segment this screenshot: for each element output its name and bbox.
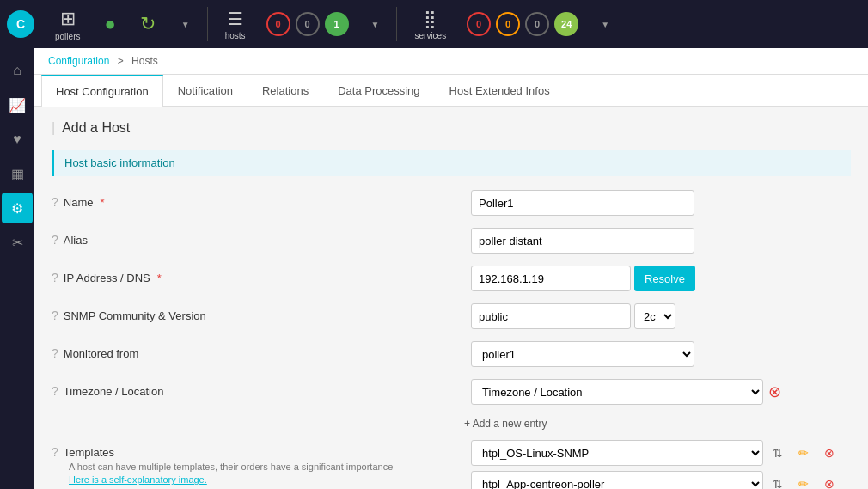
nav-hosts-dropdown[interactable]: ▼ bbox=[359, 15, 390, 34]
breadcrumb: Configuration > Hosts bbox=[34, 48, 868, 75]
main-layout: ⌂ 📈 ♥ ▦ ⚙ ✂ Configuration > Hosts Host C… bbox=[0, 48, 868, 489]
template-row-2: htpl_App-centreon-poller ⇅ ✏ ⊗ bbox=[471, 471, 840, 489]
sidebar-item-activity[interactable]: ♥ bbox=[2, 124, 33, 155]
add-entry-wrapper: + Add a new entry bbox=[464, 417, 851, 435]
sidebar-item-reports[interactable]: ▦ bbox=[2, 158, 33, 189]
hosts-badge-1[interactable]: 0 bbox=[296, 12, 320, 36]
tabs-bar: Host Configuration Notification Relation… bbox=[34, 75, 868, 107]
field-templates: ? Templates A host can have multiple tem… bbox=[52, 440, 851, 489]
sidebar-item-home[interactable]: ⌂ bbox=[2, 55, 33, 86]
pollers-icon: ⊞ bbox=[60, 8, 76, 30]
field-timezone: ? Timezone / Location Timezone / Locatio… bbox=[52, 379, 851, 405]
timezone-select[interactable]: Timezone / Location bbox=[471, 379, 763, 405]
template-1-move-icon[interactable]: ⇅ bbox=[767, 442, 789, 464]
services-label: services bbox=[414, 31, 446, 40]
template-2-move-icon[interactable]: ⇅ bbox=[767, 473, 789, 489]
snmp-version-select[interactable]: 2c 1 3 bbox=[634, 303, 675, 329]
nav-sep1 bbox=[207, 7, 208, 41]
timezone-help-icon[interactable]: ? bbox=[52, 384, 58, 398]
ip-input[interactable] bbox=[471, 266, 631, 291]
tab-host-extended[interactable]: Host Extended Infos bbox=[435, 75, 565, 107]
name-required: * bbox=[100, 196, 104, 209]
snmp-help-icon[interactable]: ? bbox=[52, 309, 58, 322]
sidebar-item-tools[interactable]: ✂ bbox=[2, 227, 33, 258]
templates-label-group: ? Templates A host can have multiple tem… bbox=[52, 440, 464, 487]
monitored-select[interactable]: poller1 Central bbox=[471, 341, 694, 367]
sidebar-item-monitoring[interactable]: 📈 bbox=[2, 89, 33, 120]
sidebar: ⌂ 📈 ♥ ▦ ⚙ ✂ bbox=[0, 48, 34, 489]
tab-notification[interactable]: Notification bbox=[163, 75, 248, 107]
nav-pollers[interactable]: ⊞ pollers bbox=[45, 3, 90, 46]
services-badge-2[interactable]: 0 bbox=[525, 12, 549, 36]
refresh-icon: ↻ bbox=[140, 13, 156, 35]
db-icon: ● bbox=[104, 13, 115, 35]
nav-hosts[interactable]: ☰ hosts bbox=[215, 3, 256, 46]
hosts-dropdown-icon: ▼ bbox=[371, 20, 380, 29]
template-2-delete-icon[interactable]: ⊗ bbox=[818, 473, 840, 489]
services-badge-0[interactable]: 0 bbox=[467, 12, 491, 36]
timezone-clear-icon[interactable]: ⊗ bbox=[768, 382, 781, 401]
breadcrumb-separator: > bbox=[118, 55, 124, 67]
main-content: Configuration > Hosts Host Configuration… bbox=[34, 48, 868, 489]
field-name: ? Name * bbox=[52, 190, 851, 216]
templates-hint-link[interactable]: Here is a self-explanatory image. bbox=[69, 474, 207, 485]
ip-required: * bbox=[157, 272, 162, 284]
nav-services-dropdown[interactable]: ▼ bbox=[589, 15, 620, 34]
title-bar: | bbox=[52, 120, 55, 136]
nav-dropdown[interactable]: ▼ bbox=[169, 15, 200, 34]
template-1-delete-icon[interactable]: ⊗ bbox=[818, 442, 840, 464]
field-monitored: ? Monitored from poller1 Central bbox=[52, 341, 851, 367]
section-header: Host basic information bbox=[52, 150, 851, 176]
nav-db[interactable]: ● bbox=[94, 8, 125, 40]
alias-input[interactable] bbox=[471, 228, 694, 254]
tab-host-configuration[interactable]: Host Configuration bbox=[41, 75, 163, 107]
add-entry-link[interactable]: + Add a new entry bbox=[464, 418, 547, 430]
template-2-edit-icon[interactable]: ✏ bbox=[792, 473, 815, 489]
snmp-community-input[interactable] bbox=[471, 303, 631, 329]
templates-controls: htpl_OS-Linux-SNMP ⇅ ✏ ⊗ htpl_App-centre… bbox=[471, 440, 840, 489]
hosts-badges: 0 0 1 bbox=[260, 12, 356, 36]
timezone-wrapper: Timezone / Location ⊗ bbox=[471, 379, 781, 405]
template-row-1: htpl_OS-Linux-SNMP ⇅ ✏ ⊗ bbox=[471, 440, 840, 466]
form-content: | Add a Host Host basic information ? Na… bbox=[34, 107, 868, 489]
templates-hint: A host can have multiple templates, thei… bbox=[69, 461, 393, 487]
monitored-help-icon[interactable]: ? bbox=[52, 346, 58, 360]
name-label: ? Name * bbox=[52, 190, 464, 209]
timezone-label: ? Timezone / Location bbox=[52, 379, 464, 398]
template-2-select[interactable]: htpl_App-centreon-poller bbox=[471, 471, 763, 489]
dropdown-arrow-icon: ▼ bbox=[181, 20, 190, 29]
services-icon: ⣿ bbox=[424, 9, 437, 29]
page-title: | Add a Host bbox=[52, 120, 851, 136]
nav-sep2 bbox=[396, 7, 397, 41]
resolve-button[interactable]: Resolve bbox=[634, 266, 695, 291]
snmp-input-group: 2c 1 3 bbox=[471, 303, 675, 329]
alias-help-icon[interactable]: ? bbox=[52, 233, 58, 247]
field-alias: ? Alias bbox=[52, 228, 851, 254]
services-badge-1[interactable]: 0 bbox=[496, 12, 520, 36]
hosts-icon: ☰ bbox=[228, 9, 243, 29]
app-logo[interactable]: C bbox=[7, 10, 34, 38]
services-badges: 0 0 0 24 bbox=[460, 12, 585, 36]
ip-input-group: Resolve bbox=[471, 266, 695, 291]
nav-refresh[interactable]: ↻ bbox=[130, 8, 166, 40]
ip-help-icon[interactable]: ? bbox=[52, 271, 58, 284]
services-badge-3[interactable]: 24 bbox=[554, 12, 578, 36]
template-1-select[interactable]: htpl_OS-Linux-SNMP bbox=[471, 440, 763, 466]
hosts-badge-0[interactable]: 0 bbox=[266, 12, 290, 36]
hosts-label: hosts bbox=[225, 31, 246, 40]
field-ip: ? IP Address / DNS * Resolve bbox=[52, 266, 851, 291]
name-help-icon[interactable]: ? bbox=[52, 195, 58, 209]
templates-help-icon[interactable]: ? bbox=[52, 445, 58, 459]
snmp-label: ? SNMP Community & Version bbox=[52, 303, 464, 322]
name-input[interactable] bbox=[471, 190, 694, 216]
hosts-badge-2[interactable]: 1 bbox=[325, 12, 349, 36]
ip-label: ? IP Address / DNS * bbox=[52, 266, 464, 284]
tab-data-processing[interactable]: Data Processing bbox=[323, 75, 434, 107]
sidebar-item-config[interactable]: ⚙ bbox=[2, 193, 33, 223]
nav-services[interactable]: ⣿ services bbox=[404, 3, 456, 46]
breadcrumb-config[interactable]: Configuration bbox=[48, 55, 109, 67]
services-dropdown-icon: ▼ bbox=[601, 20, 609, 29]
template-1-edit-icon[interactable]: ✏ bbox=[792, 442, 815, 464]
tab-relations[interactable]: Relations bbox=[248, 75, 323, 107]
navbar: C ⊞ pollers ● ↻ ▼ ☰ hosts 0 0 1 ▼ ⣿ serv… bbox=[0, 0, 868, 48]
